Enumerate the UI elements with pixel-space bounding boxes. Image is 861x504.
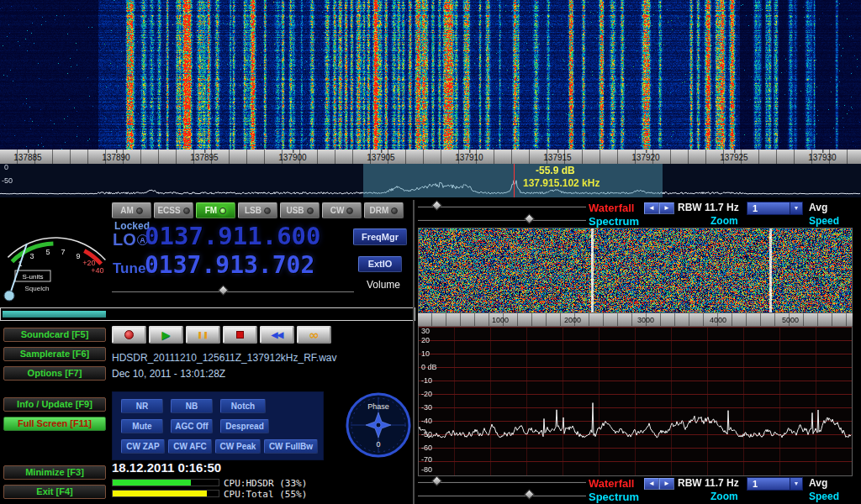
mode-button-ecss[interactable]: ECSS	[154, 202, 193, 218]
s-meter: 1 3 5 7 9 +20 +40 S-units Squelch	[2, 200, 109, 307]
freqmgr-button[interactable]: FreqMgr	[353, 228, 407, 245]
af-spectrum-frame: 30 20 10 0 dB -10 -20 -30 -40 -50 -60 -7…	[418, 326, 853, 476]
slider-thumb[interactable]	[431, 475, 442, 486]
mode-led-icon	[219, 207, 226, 214]
avg-select-bottom[interactable]: 1 ▼	[747, 477, 803, 491]
slider-thumb[interactable]	[431, 200, 442, 211]
smeter-tick: 3	[29, 252, 34, 260]
rf-spectrum-display[interactable]: 0 -50 -55.9 dB 137.915.102 kHz	[0, 164, 861, 197]
tune-cursor-line	[514, 164, 515, 197]
volume-slider[interactable]	[112, 286, 354, 296]
cw-zap-button[interactable]: CW ZAP	[121, 439, 165, 454]
af-brightness-slider[interactable]	[418, 201, 586, 211]
agc-button[interactable]: AGC Off	[171, 419, 213, 433]
cpu-total-bar	[112, 490, 219, 497]
mode-button-usb[interactable]: USB	[280, 202, 320, 218]
pause-icon: ❚❚	[197, 330, 209, 339]
soundcard-button[interactable]: Soundcard [F5]	[3, 328, 106, 342]
mode-label: DRM	[370, 206, 389, 215]
fullscreen-button[interactable]: Full Screen [F11]	[3, 417, 106, 431]
af-tick-label: 3000	[637, 316, 654, 324]
rf-waterfall-display[interactable]	[0, 0, 861, 150]
tune-label: Tune	[113, 260, 145, 277]
rbw-spinner[interactable]: ◄ ►	[644, 202, 674, 214]
zoom-label: Zoom	[710, 215, 738, 227]
mode-button-drm[interactable]: DRM	[364, 202, 404, 218]
smeter-tick: +40	[91, 266, 103, 275]
despread-button[interactable]: Despread	[220, 419, 269, 433]
loop-button[interactable]: ∞	[297, 326, 331, 344]
phase-dial[interactable]: Phase 0	[343, 390, 414, 460]
chevron-down-icon[interactable]: ▼	[790, 478, 802, 490]
record-button[interactable]	[112, 326, 146, 344]
squelch-label: Squelch	[25, 285, 50, 292]
slider-thumb[interactable]	[524, 213, 535, 224]
af-tick-label: 2000	[564, 316, 581, 324]
af-waterfall-display[interactable]	[419, 228, 852, 312]
cpu-total-fill	[113, 491, 207, 496]
af-brightness-slider-bottom[interactable]	[418, 476, 586, 486]
notch-button[interactable]: Notch	[220, 399, 266, 413]
af-tick-label: 4000	[710, 316, 726, 324]
af-db-label: 10	[421, 349, 430, 358]
frequency-scale[interactable]: 137885 137890 137895 137900 137905 13791…	[0, 150, 861, 164]
cw-fullbw-button[interactable]: CW FullBw	[264, 439, 318, 454]
exit-button[interactable]: Exit [F4]	[3, 485, 106, 499]
cw-afc-button[interactable]: CW AFC	[168, 439, 212, 454]
spin-left-icon[interactable]: ◄	[644, 478, 659, 490]
slider-thumb[interactable]	[524, 489, 535, 500]
recording-timestamp: Dec 10, 2011 - 13:01:28Z	[112, 368, 225, 380]
passband-selection[interactable]	[363, 164, 663, 197]
mode-button-lsb[interactable]: LSB	[238, 202, 277, 218]
chevron-down-icon[interactable]: ▼	[790, 202, 802, 214]
rbw-readout-bottom: RBW 11.7 Hz	[678, 477, 739, 489]
play-button[interactable]: ▶	[149, 326, 183, 344]
samplerate-button[interactable]: Samplerate [F6]	[3, 347, 106, 361]
mode-label: LSB	[245, 206, 261, 215]
mode-led-icon	[307, 207, 314, 214]
avg-select-value: 1	[753, 203, 758, 213]
waterfall-label-bottom[interactable]: Waterfall	[589, 477, 634, 490]
info-update-button[interactable]: Info / Update [F9]	[3, 397, 106, 412]
spin-right-icon[interactable]: ►	[659, 478, 674, 490]
rbw-spinner-bottom[interactable]: ◄ ►	[644, 478, 674, 490]
avg-select[interactable]: 1 ▼	[747, 202, 803, 215]
pause-button[interactable]: ❚❚	[186, 326, 220, 344]
spectrum-label[interactable]: Spectrum	[589, 215, 639, 228]
freq-tick-label: 137930	[808, 153, 836, 162]
options-button[interactable]: Options [F7]	[3, 366, 106, 381]
cw-peak-button[interactable]: CW Peak	[215, 439, 261, 454]
mode-button-fm[interactable]: FM	[196, 202, 235, 218]
minimize-button[interactable]: Minimize [F3]	[3, 465, 106, 480]
nr-button[interactable]: NR	[121, 399, 163, 413]
mode-label: AM	[120, 206, 134, 215]
mode-button-cw[interactable]: CW	[322, 202, 362, 218]
spin-right-icon[interactable]: ►	[659, 202, 674, 214]
loop-icon: ∞	[309, 329, 320, 341]
mute-button[interactable]: Mute	[121, 419, 163, 433]
af-frequency-scale[interactable]: 1000 2000 3000 4000 5000	[418, 313, 853, 326]
lo-frequency-display[interactable]: 0137.911.600	[145, 222, 321, 250]
freq-tick-label: 137885	[13, 153, 41, 162]
slider-groove	[418, 480, 586, 483]
spectrum-label-bottom[interactable]: Spectrum	[589, 491, 639, 503]
extio-button[interactable]: ExtIO	[358, 256, 402, 272]
af-waterfall-frame	[418, 228, 853, 313]
cpu-hdsdr-fill	[113, 480, 191, 486]
recording-filename: HDSDR_20111210_125611Z_137912kHz_RF.wav	[112, 352, 337, 364]
rewind-button[interactable]: ◀◀	[260, 326, 294, 344]
playback-position-bar[interactable]	[0, 307, 415, 321]
stop-button[interactable]	[223, 326, 257, 344]
tune-frequency-display[interactable]: 0137.913.702	[145, 251, 314, 279]
af-zoom-slider-bottom[interactable]	[418, 490, 586, 500]
nb-button[interactable]: NB	[171, 399, 213, 413]
af-db-label: -40	[421, 417, 432, 425]
waterfall-label[interactable]: Waterfall	[589, 202, 634, 214]
af-spectrum-display[interactable]	[419, 327, 852, 475]
dsp-panel: NR NB Notch Mute AGC Off Despread CW ZAP…	[112, 391, 324, 460]
slider-thumb[interactable]	[218, 285, 229, 296]
af-zoom-slider[interactable]	[418, 214, 586, 224]
squelch-knob[interactable]	[4, 291, 14, 301]
mode-button-am[interactable]: AM	[112, 202, 151, 218]
spin-left-icon[interactable]: ◄	[644, 202, 659, 214]
